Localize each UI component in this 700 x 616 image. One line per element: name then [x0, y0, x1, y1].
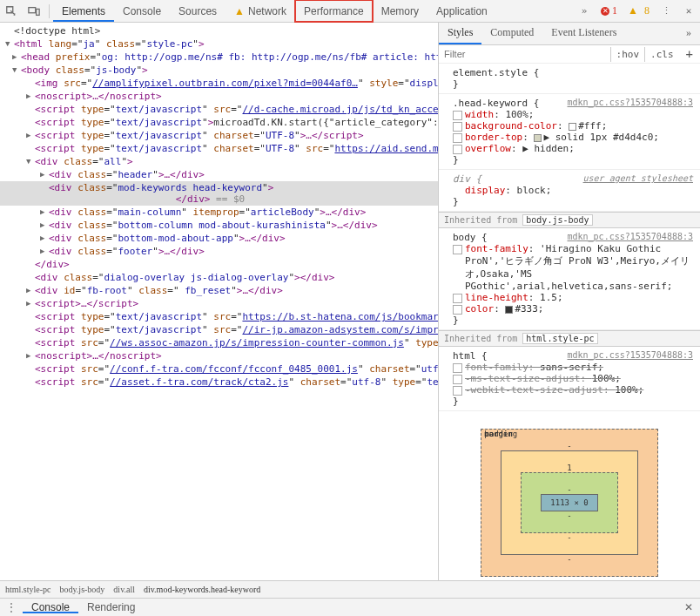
divider	[49, 4, 50, 18]
new-rule-icon[interactable]: +	[679, 45, 700, 63]
expand-arrow-icon[interactable]: ▶	[40, 170, 49, 179]
expand-arrow-icon[interactable]: ▼	[5, 39, 14, 48]
dom-node[interactable]: <!doctype html>	[0, 24, 438, 37]
cls-toggle[interactable]: .cls	[644, 47, 679, 62]
styles-tab-styles[interactable]: Styles	[439, 23, 481, 44]
dom-node[interactable]: <script type="text/javascript" src="http…	[0, 310, 438, 323]
expand-arrow-icon[interactable]: ▶	[26, 351, 35, 360]
tab-elements[interactable]: Elements	[53, 0, 114, 22]
more-styles-tabs-icon[interactable]: »	[677, 23, 700, 44]
css-rule[interactable]: element.style {}	[439, 64, 700, 94]
css-property[interactable]: overflow: ▶ hidden;	[453, 143, 693, 154]
expand-arrow-icon[interactable]: ▶	[26, 299, 35, 308]
expand-arrow-icon[interactable]: ▶	[26, 286, 35, 294]
devtools-toolbar: ElementsConsoleSources▲NetworkPerformanc…	[0, 0, 700, 23]
expand-arrow-icon[interactable]: ▼	[12, 65, 21, 74]
dom-node[interactable]: ▶<script type="text/javascript" charset=…	[0, 129, 438, 142]
device-icon[interactable]	[23, 0, 45, 23]
dom-node[interactable]: ▶<div class="header">…</div>	[0, 168, 438, 181]
more-tabs-icon[interactable]: »	[573, 0, 596, 23]
drawer-close-icon[interactable]: ✕	[677, 601, 700, 614]
dom-node[interactable]: <img src="//amplifypixel.outbrain.com/pi…	[0, 77, 438, 90]
styles-pane: StylesComputedEvent Listeners» :hov .cls…	[439, 23, 700, 580]
styles-tab-computed[interactable]: Computed	[481, 23, 542, 44]
tab-console[interactable]: Console	[114, 0, 170, 22]
css-property[interactable]: color: #333;	[453, 303, 693, 315]
drawer-tab-rendering[interactable]: Rendering	[78, 601, 144, 613]
expand-arrow-icon[interactable]: ▶	[26, 91, 35, 100]
dom-node[interactable]: ▶<head prefix="og: http://ogp.me/ns# fb:…	[0, 51, 438, 64]
styles-tab-event-listeners[interactable]: Event Listeners	[542, 23, 625, 44]
css-property[interactable]: border-top: ▶ solid 1px #d4d4c0;	[453, 132, 693, 143]
expand-arrow-icon[interactable]: ▼	[26, 157, 35, 166]
css-property[interactable]: background-color: #fff;	[453, 120, 693, 132]
dom-node[interactable]: <script type="text/javascript" src="//d-…	[0, 103, 438, 116]
warning-count[interactable]: ▲8	[623, 4, 655, 17]
styles-filter-row: :hov .cls +	[439, 45, 700, 64]
css-property[interactable]: width: 100%;	[453, 109, 693, 120]
expand-arrow-icon[interactable]: ▶	[40, 247, 49, 255]
expand-arrow-icon[interactable]: ▶	[40, 207, 49, 216]
close-icon[interactable]: ✕	[677, 0, 700, 23]
dom-node[interactable]: <script src="//asset.f-tra.com/track/cta…	[0, 376, 438, 389]
css-property[interactable]: font-family: sans-serif;	[453, 362, 693, 373]
drawer: ⋮ ConsoleRendering ✕	[0, 598, 700, 616]
tab-performance[interactable]: Performance	[295, 0, 373, 22]
dom-node[interactable]: ▶<div class="bottom-mod-about-app">…</di…	[0, 232, 438, 245]
breadcrumb-item[interactable]: body.js-body	[60, 585, 105, 594]
dom-node[interactable]: ▶<noscript>…</noscript>	[0, 349, 438, 362]
dom-node[interactable]: ▼<div class="all">	[0, 155, 438, 168]
expand-arrow-icon[interactable]: ▶	[40, 234, 49, 242]
css-property[interactable]: display: block;	[453, 185, 693, 196]
hov-toggle[interactable]: :hov	[610, 47, 645, 62]
dom-node[interactable]: ▼<body class="js-body">	[0, 64, 438, 77]
dom-node[interactable]: <script type="text/javascript" src="//ir…	[0, 323, 438, 336]
error-count[interactable]: ✕1	[596, 4, 623, 17]
dom-node[interactable]: <script src="//ws.assoc-amazon.jp/s/impr…	[0, 336, 438, 349]
dom-node[interactable]: ▶<div id="fb-root" class=" fb_reset">…</…	[0, 284, 438, 297]
drawer-tab-console[interactable]: Console	[23, 601, 78, 613]
dom-node[interactable]: ▶<div class="footer">…</div>	[0, 245, 438, 258]
dom-node[interactable]: <div class="dialog-overlay js-dialog-ove…	[0, 271, 438, 284]
dom-node[interactable]: ▶<div class="bottom-column mod-about-kur…	[0, 219, 438, 232]
css-property[interactable]: line-height: 1.5;	[453, 292, 693, 303]
dom-tree[interactable]: <!doctype html>▼<html lang="ja" class="s…	[0, 23, 439, 580]
css-property[interactable]: font-family: 'Hiragino Kaku Gothic ProN'…	[453, 243, 693, 292]
expand-arrow-icon[interactable]: ▶	[40, 220, 49, 229]
drawer-menu-icon[interactable]: ⋮	[0, 596, 23, 616]
tab-network[interactable]: ▲Network	[225, 0, 295, 22]
dom-node[interactable]: ▶<noscript>…</noscript>	[0, 90, 438, 103]
dom-node[interactable]: <div class="mod-keywords head-keyword"> …	[0, 181, 438, 206]
inherited-from: Inherited from html.style-pc	[439, 330, 700, 347]
style-rules[interactable]: element.style {}.head-keyword {mdkn_pc.c…	[439, 64, 700, 580]
panel-tabs: ElementsConsoleSources▲NetworkPerformanc…	[53, 0, 573, 22]
dom-node[interactable]: <script type="text/javascript" charset="…	[0, 142, 438, 155]
tab-sources[interactable]: Sources	[170, 0, 225, 22]
css-rule[interactable]: .head-keyword {mdkn_pc.css?1535704888:3w…	[439, 94, 700, 170]
css-rule[interactable]: div {user agent stylesheetdisplay: block…	[439, 170, 700, 212]
expand-arrow-icon[interactable]: ▶	[12, 52, 21, 61]
styles-tabs: StylesComputedEvent Listeners»	[439, 23, 700, 45]
breadcrumb-item[interactable]: div.mod-keywords.head-keyword	[144, 585, 260, 594]
dom-node[interactable]: ▶<script>…</script>	[0, 297, 438, 310]
dom-node[interactable]: <script src="//conf.f-tra.com/fcconf/fcc…	[0, 362, 438, 376]
dom-node[interactable]: </div>	[0, 258, 438, 271]
svg-rect-1	[37, 9, 40, 15]
expand-arrow-icon[interactable]: ▶	[26, 131, 35, 139]
css-property[interactable]: -ms-text-size-adjust: 100%;	[453, 373, 693, 384]
css-rule[interactable]: html {mdkn_pc.css?1535704888:3font-famil…	[439, 347, 700, 411]
tab-application[interactable]: Application	[427, 0, 496, 22]
breadcrumb-item[interactable]: div.all	[113, 585, 135, 594]
dom-node[interactable]: ▼<html lang="ja" class="style-pc">	[0, 37, 438, 51]
settings-icon[interactable]: ⋮	[655, 0, 677, 23]
css-property[interactable]: -webkit-text-size-adjust: 100%;	[453, 384, 693, 396]
breadcrumb-item[interactable]: html.style-pc	[5, 585, 51, 594]
inspect-icon[interactable]	[0, 0, 23, 23]
styles-filter-input[interactable]	[439, 46, 610, 62]
dom-node[interactable]: <script type="text/javascript">microadTd…	[0, 116, 438, 129]
tab-memory[interactable]: Memory	[373, 0, 427, 22]
css-rule[interactable]: body {mdkn_pc.css?1535704888:3font-famil…	[439, 228, 700, 330]
breadcrumbs[interactable]: html.style-pcbody.js-bodydiv.alldiv.mod-…	[0, 580, 700, 598]
box-model[interactable]: margin-border1padding-1113 × 0---	[439, 411, 700, 580]
dom-node[interactable]: ▶<div class="main-column" itemprop="arti…	[0, 206, 438, 219]
